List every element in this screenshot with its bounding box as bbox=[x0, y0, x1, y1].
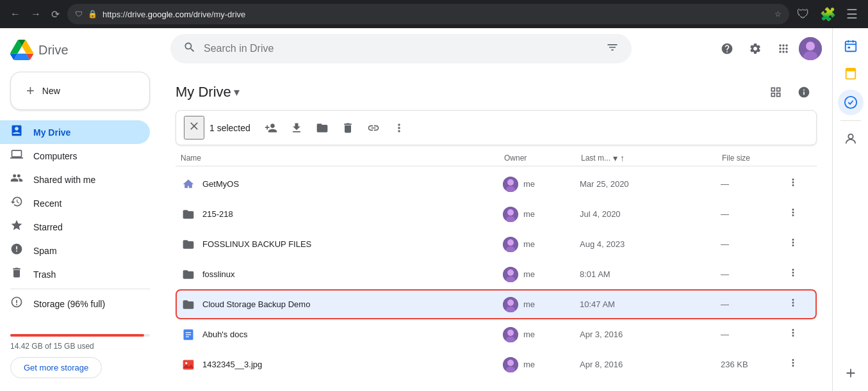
get-storage-button[interactable]: Get more storage bbox=[10, 357, 102, 378]
sidebar-item-shared[interactable]: Shared with me bbox=[0, 168, 150, 191]
file-icon-folder-special bbox=[182, 178, 195, 191]
move-button[interactable] bbox=[312, 118, 332, 138]
right-sidebar-divider bbox=[840, 120, 861, 121]
owner-avatar bbox=[503, 177, 518, 192]
selection-close-button[interactable] bbox=[184, 116, 204, 140]
menu-btn[interactable]: ☰ bbox=[844, 4, 860, 24]
sidebar-item-computers[interactable]: Computers bbox=[0, 144, 150, 168]
tasks-app-button[interactable] bbox=[838, 90, 864, 115]
sidebar-item-label-storage: Storage (96% full) bbox=[33, 299, 105, 309]
col-size[interactable]: File size bbox=[722, 153, 786, 163]
owner-name: me bbox=[523, 179, 535, 189]
row-more-button[interactable] bbox=[785, 324, 801, 344]
svg-point-14 bbox=[507, 269, 514, 276]
file-row-1432345-3-jpg[interactable]: 1432345__3.jpg me Apr 8, 2016 236 KB bbox=[176, 349, 817, 379]
file-name-cell: FOSSLINUX BACKUP FILES bbox=[182, 238, 503, 251]
file-icon-folder bbox=[182, 268, 195, 281]
col-name[interactable]: Name bbox=[181, 153, 504, 163]
row-more-button[interactable] bbox=[785, 355, 801, 374]
breadcrumb[interactable]: My Drive ▾ bbox=[176, 84, 240, 100]
search-bar bbox=[170, 34, 632, 63]
link-button[interactable] bbox=[363, 118, 384, 138]
file-size-cell: — bbox=[721, 239, 785, 249]
sidebar: Drive + New My Drive Computers bbox=[0, 28, 160, 391]
owner-cell: me bbox=[503, 177, 580, 192]
user-avatar[interactable] bbox=[799, 37, 822, 60]
file-row-getmyos[interactable]: GetMyOS me Mar 25, 2020 — bbox=[176, 169, 817, 199]
file-row-215-218[interactable]: 215-218 me Jul 4, 2020 — bbox=[176, 199, 817, 229]
file-row-fosslinux[interactable]: fosslinux me 8:01 AM — bbox=[176, 259, 817, 289]
sidebar-item-spam[interactable]: Spam bbox=[0, 239, 150, 262]
storage-fill bbox=[10, 334, 144, 337]
sidebar-item-trash[interactable]: Trash bbox=[0, 262, 150, 286]
file-name-cell: GetMyOS bbox=[182, 178, 503, 191]
owner-name: me bbox=[523, 360, 535, 369]
row-more-button[interactable] bbox=[785, 204, 801, 224]
help-button[interactable] bbox=[714, 36, 740, 61]
firefox-btn[interactable]: 🛡 bbox=[794, 4, 812, 24]
add-app-button[interactable] bbox=[838, 360, 864, 386]
row-more-button[interactable] bbox=[785, 174, 801, 194]
sidebar-item-my-drive[interactable]: My Drive bbox=[0, 120, 150, 144]
grid-view-button[interactable] bbox=[763, 79, 789, 105]
file-list: GetMyOS me Mar 25, 2020 — 215-218 me Jul… bbox=[176, 169, 817, 379]
row-more-button[interactable] bbox=[785, 264, 801, 284]
refresh-button[interactable]: ⟳ bbox=[49, 6, 62, 23]
row-more-button[interactable] bbox=[785, 234, 801, 254]
address-bar[interactable]: 🛡 🔒 https://drive.google.com/drive/my-dr… bbox=[67, 4, 789, 24]
svg-rect-31 bbox=[845, 42, 856, 52]
search-input[interactable] bbox=[204, 43, 598, 54]
sidebar-item-recent[interactable]: Recent bbox=[0, 191, 150, 215]
date-cell: 10:47 AM bbox=[580, 299, 695, 309]
keep-app-button[interactable] bbox=[838, 61, 864, 87]
col-owner[interactable]: Owner bbox=[504, 153, 581, 163]
sidebar-item-storage[interactable]: Storage (96% full) bbox=[0, 292, 150, 315]
download-button[interactable] bbox=[286, 118, 307, 138]
file-name-cell: fosslinux bbox=[182, 268, 503, 281]
info-button[interactable] bbox=[791, 79, 817, 105]
file-row-fosslinux-backup[interactable]: FOSSLINUX BACKUP FILES me Aug 4, 2023 — bbox=[176, 229, 817, 259]
date-cell: Mar 25, 2020 bbox=[580, 179, 695, 189]
row-more-button[interactable] bbox=[785, 294, 801, 314]
storage-bar bbox=[10, 334, 150, 337]
more-actions-button[interactable] bbox=[389, 118, 409, 138]
forward-button[interactable]: → bbox=[28, 6, 44, 22]
search-filter-icon[interactable] bbox=[606, 41, 619, 57]
apps-button[interactable] bbox=[771, 36, 796, 61]
sidebar-item-label-starred: Starred bbox=[33, 222, 63, 232]
sidebar-item-starred[interactable]: Starred bbox=[0, 215, 150, 239]
header-actions bbox=[714, 36, 822, 61]
settings-button[interactable] bbox=[742, 36, 768, 61]
extensions-btn[interactable]: 🧩 bbox=[817, 4, 839, 24]
delete-button[interactable] bbox=[338, 118, 358, 138]
file-row-abuhs-docs[interactable]: Abuh's docs me Apr 3, 2016 — bbox=[176, 319, 817, 349]
browser-chrome: ← → ⟳ 🛡 🔒 https://drive.google.com/drive… bbox=[0, 0, 868, 28]
spam-icon bbox=[10, 243, 23, 259]
svg-point-17 bbox=[507, 299, 514, 306]
owner-avatar bbox=[503, 297, 518, 312]
new-button[interactable]: + New bbox=[10, 72, 150, 110]
col-date[interactable]: Last m... ▾ ↑ bbox=[581, 153, 696, 163]
contacts-app-button[interactable] bbox=[838, 126, 864, 152]
col-actions bbox=[786, 153, 812, 163]
owner-avatar bbox=[503, 327, 518, 342]
nav-divider bbox=[10, 289, 150, 289]
file-row-cloud-storage[interactable]: Cloud Storage Backup Demo me 10:47 AM — bbox=[176, 289, 817, 319]
bookmark-icon[interactable]: ☆ bbox=[774, 10, 782, 19]
sidebar-item-label-spam: Spam bbox=[33, 246, 57, 256]
file-name-text: 1432345__3.jpg bbox=[202, 360, 262, 369]
file-size-cell: — bbox=[721, 330, 785, 339]
file-size-cell: 236 KB bbox=[721, 360, 785, 369]
share-button[interactable] bbox=[261, 118, 281, 138]
file-name-text: Abuh's docs bbox=[202, 330, 247, 339]
sidebar-item-label-computers: Computers bbox=[33, 151, 77, 161]
selection-toolbar: 1 selected bbox=[176, 110, 817, 145]
sort-desc-icon: ▾ bbox=[613, 153, 618, 163]
sidebar-item-label-shared: Shared with me bbox=[33, 175, 95, 185]
svg-point-27 bbox=[185, 362, 187, 363]
main-content: My Drive ▾ 1 selected bbox=[160, 28, 832, 391]
owner-name: me bbox=[523, 299, 535, 309]
calendar-app-button[interactable] bbox=[838, 33, 864, 59]
owner-cell: me bbox=[503, 327, 580, 342]
back-button[interactable]: ← bbox=[8, 6, 23, 22]
